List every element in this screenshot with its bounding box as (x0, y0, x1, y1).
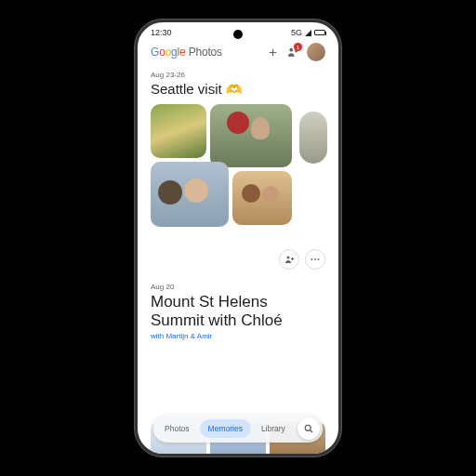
search-button[interactable] (298, 417, 320, 440)
memory-title[interactable]: Mount St Helens Summit with Chloé (151, 293, 325, 329)
status-time: 12:30 (151, 28, 172, 37)
memory-title[interactable]: Seattle visit 🫶 (151, 81, 325, 97)
bottom-navigation: Photos Memories Library (138, 415, 338, 443)
svg-point-9 (314, 258, 316, 260)
sharing-button[interactable]: 1 (286, 46, 299, 59)
svg-point-5 (287, 257, 290, 259)
photo-tile[interactable] (232, 171, 292, 225)
phone-frame: 12:30 5G Google Photos 1 Aug 23-26 Seatt… (135, 20, 341, 456)
memories-feed[interactable]: Aug 23-26 Seattle visit 🫶 Aug 20 Mount S… (138, 71, 338, 340)
nav-tab-memories[interactable]: Memories (200, 419, 251, 438)
photo-collage[interactable] (151, 104, 327, 244)
status-network: 5G (291, 28, 302, 37)
more-options-button[interactable] (305, 249, 325, 270)
nav-tab-library[interactable]: Library (253, 419, 294, 438)
signal-icon (305, 30, 311, 36)
photo-tile[interactable] (151, 104, 206, 158)
battery-icon (314, 30, 325, 35)
photo-tile[interactable] (299, 112, 327, 164)
memory-date: Aug 23-26 (151, 71, 325, 79)
svg-point-10 (318, 258, 320, 260)
photo-tile[interactable] (210, 104, 292, 167)
shared-with-link[interactable]: with Martijn & Amir (151, 332, 325, 340)
photo-tile[interactable] (151, 162, 229, 227)
memory-actions (151, 249, 325, 270)
add-people-button[interactable] (279, 249, 299, 270)
svg-point-11 (305, 425, 311, 430)
google-photos-logo: Google Photos (151, 46, 222, 59)
svg-point-8 (311, 258, 313, 260)
app-header: Google Photos 1 (138, 39, 338, 67)
camera-punch-hole (233, 30, 243, 39)
create-button[interactable] (266, 46, 279, 59)
notification-badge: 1 (294, 43, 302, 51)
memory-date: Aug 20 (151, 283, 325, 291)
heart-hands-emoji: 🫶 (226, 82, 242, 97)
svg-line-12 (310, 430, 312, 433)
svg-point-2 (289, 48, 293, 52)
account-avatar[interactable] (307, 43, 325, 61)
nav-tab-photos[interactable]: Photos (156, 419, 197, 438)
